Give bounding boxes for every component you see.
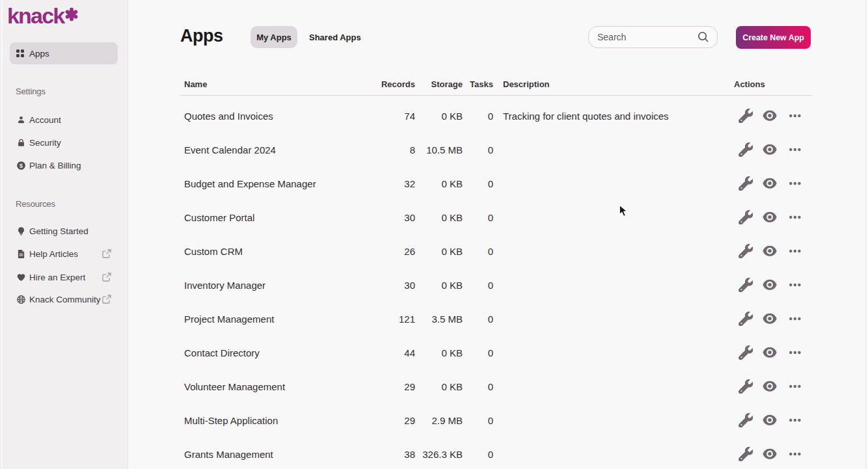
svg-text:$: $: [20, 162, 23, 168]
svg-text:knack: knack: [8, 5, 65, 26]
